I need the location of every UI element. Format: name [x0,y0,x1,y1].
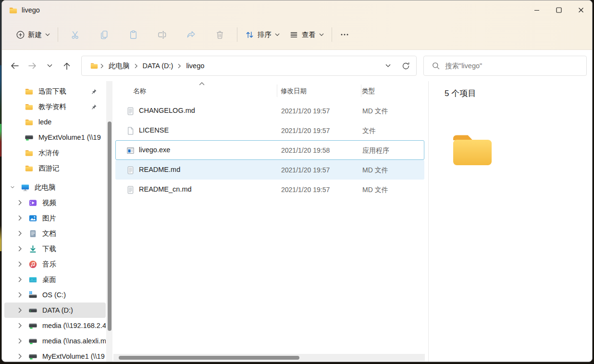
sidebar-item-label: 水浒传 [38,148,106,158]
sidebar-item-label: media (\\192.168.2.4 [42,322,106,329]
column-header-name[interactable]: 名称 [133,87,146,96]
horizontal-scrollbar-thumb[interactable] [119,356,299,360]
paste-button[interactable] [123,25,144,44]
sidebar-scrollbar-thumb[interactable] [108,121,111,331]
share-button[interactable] [180,25,201,44]
sidebar-item-icon [25,164,34,173]
tree-chevron[interactable] [17,323,24,328]
view-button[interactable]: 查看 [285,25,329,44]
sidebar-item[interactable]: 水浒传 [4,145,106,160]
sidebar-item-label: 桌面 [42,275,106,284]
sidebar-item[interactable]: media (\\nas.alexli.m [4,333,106,349]
sidebar-item[interactable]: 音乐 [4,256,106,272]
tree-chevron[interactable] [17,353,24,359]
sidebar-item[interactable]: 图片 [4,210,106,226]
tree-chevron[interactable] [17,246,24,252]
sidebar-item-icon [28,198,37,207]
sidebar-item[interactable]: OS (C:) [4,287,106,303]
copy-icon [99,30,110,40]
delete-button[interactable] [209,25,230,44]
navigation-bar: 此电脑 DATA (D:) livego [2,50,592,81]
close-button[interactable] [570,0,592,20]
file-list-pane: 名称 修改日期 类型 CHANGELOG.md 2021/1/20 19:57 … [113,81,429,362]
column-header-date[interactable]: 修改日期 [281,87,307,96]
sidebar-item-icon [28,214,37,223]
navigation-pane: 迅雷下载 教学资料 lede MyExtVolume1 (\\19 水浒传 [2,81,113,362]
sidebar-item[interactable]: MyExtVolume1 (\\19 [4,130,106,145]
column-divider[interactable] [361,85,361,97]
sidebar-item[interactable]: 教学资料 [4,99,106,114]
sidebar-item[interactable]: media (\\192.168.2.4 [4,318,106,333]
sidebar-item[interactable]: 下载 [4,241,106,256]
horizontal-scrollbar[interactable] [113,354,425,361]
tree-chevron[interactable] [17,292,24,298]
file-row[interactable]: LICENSE 2021/1/20 19:57 文件 [115,121,424,140]
up-button[interactable] [58,57,75,74]
file-row[interactable]: CHANGELOG.md 2021/1/20 19:57 MD 文件 [115,101,424,121]
sidebar-scrollbar[interactable] [106,81,112,362]
sidebar-item[interactable]: 文档 [4,226,106,241]
tree-chevron[interactable] [17,277,24,282]
preview-pane: 5 个项目 [429,81,592,362]
paste-icon [128,30,138,40]
rename-button[interactable] [151,25,173,44]
sidebar-item[interactable]: DATA (D:) [4,303,106,318]
search-box[interactable]: 搜索"livego" [423,56,587,76]
search-input[interactable]: 搜索"livego" [445,61,482,71]
minimize-button[interactable] [526,0,548,20]
file-icon [126,166,135,175]
sidebar-item-icon [21,183,30,192]
file-name: LICENSE [139,126,169,134]
tree-chevron[interactable] [17,307,24,313]
new-button[interactable]: 新建 [12,25,55,44]
address-dropdown-button[interactable] [380,57,396,74]
see-more-button[interactable] [335,25,354,44]
tree-chevron[interactable] [9,184,16,190]
address-bar[interactable]: 此电脑 DATA (D:) livego [81,56,417,76]
back-button[interactable] [6,57,24,74]
column-header-type[interactable]: 类型 [362,87,375,96]
tree-chevron[interactable] [17,231,24,236]
file-type: 文件 [362,127,376,135]
sidebar-item[interactable]: 西游记 [4,160,106,176]
refresh-button[interactable] [396,57,415,74]
sidebar-item-label: 西游记 [38,164,106,173]
back-arrow-icon [11,62,19,70]
window-chrome: livego 新建 [2,0,592,50]
rename-icon [157,30,167,40]
file-row[interactable]: README.md 2021/1/20 19:57 MD 文件 [115,160,424,180]
file-date: 2021/1/20 19:57 [281,107,330,115]
copy-button[interactable] [94,25,115,44]
maximize-button[interactable] [548,0,570,20]
forward-button[interactable] [24,57,41,74]
cut-button[interactable] [65,25,86,44]
file-type: MD 文件 [362,166,388,175]
sidebar-item[interactable]: 迅雷下载 [4,84,106,99]
sidebar-item[interactable]: 桌面 [4,272,106,287]
window-title: livego [22,6,40,14]
sidebar-item[interactable]: MyExtVolume1 (\\19 [4,349,106,362]
sidebar-item-label: lede [38,118,106,126]
recent-locations-button[interactable] [41,57,58,74]
tree-chevron[interactable] [17,200,24,206]
breadcrumb-this-pc[interactable]: 此电脑 [106,60,133,73]
column-headers: 名称 修改日期 类型 [113,81,428,100]
sidebar-item[interactable]: 视频 [4,195,106,210]
file-date: 2021/1/20 19:57 [281,127,330,134]
file-icon [126,107,135,116]
column-divider[interactable] [277,85,277,97]
file-row[interactable]: README_cn.md 2021/1/20 19:57 MD 文件 [115,180,424,199]
file-rows: CHANGELOG.md 2021/1/20 19:57 MD 文件 LICEN… [115,101,424,199]
tree-chevron[interactable] [17,261,24,267]
sidebar-item[interactable]: lede [4,114,106,130]
sidebar-item[interactable]: 此电脑 [4,180,106,195]
sidebar-list: 迅雷下载 教学资料 lede MyExtVolume1 (\\19 水浒传 [2,84,106,362]
file-name: README.md [139,166,180,173]
tree-chevron[interactable] [17,215,24,221]
file-row[interactable]: livego.exe 2021/1/20 19:58 应用程序 [115,140,424,160]
new-button-label: 新建 [28,30,42,39]
sort-button[interactable]: 排序 [240,25,285,44]
breadcrumb-current-folder[interactable]: livego [183,60,207,72]
tree-chevron[interactable] [17,338,24,344]
breadcrumb-drive[interactable]: DATA (D:) [140,60,176,72]
